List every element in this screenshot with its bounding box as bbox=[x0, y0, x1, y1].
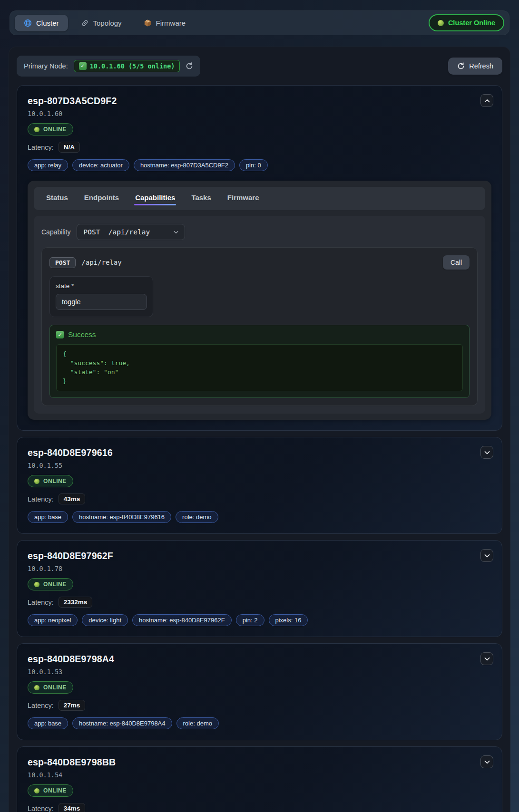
tag: app: base bbox=[28, 511, 68, 523]
result-json: { "success": true, "state": "on" } bbox=[56, 344, 463, 391]
chevron-down-icon bbox=[484, 451, 490, 454]
capability-row: Capability POST /api/relay bbox=[41, 224, 478, 240]
tag-list: app: relay device: actuator hostname: es… bbox=[28, 159, 491, 171]
online-dot-icon bbox=[34, 479, 39, 484]
tab-endpoints[interactable]: Endpoints bbox=[78, 193, 126, 205]
latency-row: Latency: N/A bbox=[28, 142, 491, 153]
expand-button[interactable] bbox=[480, 549, 493, 562]
latency-label: Latency: bbox=[28, 805, 54, 812]
status-badge: ONLINE bbox=[28, 784, 73, 797]
tab-capabilities[interactable]: Capabilities bbox=[128, 193, 182, 205]
chevron-down-icon bbox=[484, 657, 490, 661]
tag: app: base bbox=[28, 717, 68, 729]
globe-icon bbox=[24, 19, 32, 27]
endpoint-panel: POST /api/relay Call state * ✓ Success bbox=[41, 247, 478, 406]
tab-firmware-label: Firmware bbox=[156, 19, 186, 27]
status-label: ONLINE bbox=[43, 787, 67, 794]
node-name: esp-840D8E9798BB bbox=[28, 757, 491, 768]
expand-button[interactable] bbox=[480, 755, 493, 768]
online-dot-icon bbox=[34, 685, 39, 690]
tab-firmware-detail[interactable]: Firmware bbox=[221, 193, 266, 205]
latency-value: 34ms bbox=[59, 803, 86, 812]
endpoint-header: POST /api/relay Call bbox=[49, 255, 470, 270]
main-panel: Primary Node: ✓ 10.0.1.60 (5/5 online) R… bbox=[9, 47, 510, 812]
status-badge: ONLINE bbox=[28, 578, 73, 590]
tag: pin: 2 bbox=[236, 614, 264, 626]
tag: hostname: esp-807D3A5CD9F2 bbox=[134, 159, 235, 171]
refresh-button-label: Refresh bbox=[469, 62, 493, 70]
result-panel: ✓ Success { "success": true, "state": "o… bbox=[49, 325, 470, 398]
tab-cluster[interactable]: Cluster bbox=[15, 15, 68, 31]
tab-topology-label: Topology bbox=[93, 19, 122, 27]
collapse-button[interactable] bbox=[480, 94, 493, 107]
latency-row: Latency: 34ms bbox=[28, 803, 491, 812]
node-name: esp-807D3A5CD9F2 bbox=[28, 96, 491, 106]
tab-tasks[interactable]: Tasks bbox=[185, 193, 217, 205]
node-card: esp-840D8E97962F 10.0.1.78 ONLINE Latenc… bbox=[17, 540, 502, 637]
status-badge: ONLINE bbox=[28, 123, 73, 135]
latency-row: Latency: 27ms bbox=[28, 700, 491, 711]
tab-topology[interactable]: Topology bbox=[72, 15, 131, 31]
expand-button[interactable] bbox=[480, 652, 493, 665]
tab-cluster-label: Cluster bbox=[36, 19, 59, 27]
online-dot-icon bbox=[34, 127, 39, 132]
node-ip: 10.0.1.78 bbox=[28, 565, 491, 572]
refresh-icon[interactable] bbox=[186, 62, 193, 70]
latency-label: Latency: bbox=[28, 144, 54, 151]
node-name: esp-840D8E979616 bbox=[28, 447, 491, 458]
tab-firmware[interactable]: Firmware bbox=[135, 15, 195, 31]
tag: hostname: esp-840D8E97962F bbox=[132, 614, 232, 626]
latency-value: 43ms bbox=[59, 493, 86, 504]
capability-label: Capability bbox=[41, 228, 70, 236]
capability-select[interactable]: POST /api/relay bbox=[77, 224, 185, 240]
expand-button[interactable] bbox=[480, 446, 493, 459]
node-card: esp-807D3A5CD9F2 10.0.1.60 ONLINE Latenc… bbox=[17, 85, 502, 431]
tab-status[interactable]: Status bbox=[39, 193, 75, 205]
method-badge: POST bbox=[49, 257, 76, 268]
status-label: ONLINE bbox=[43, 126, 67, 133]
capabilities-section: Capability POST /api/relay POST /api/rel… bbox=[34, 216, 485, 414]
param-input[interactable] bbox=[56, 294, 147, 310]
chevron-down-icon bbox=[174, 231, 178, 234]
result-header: ✓ Success bbox=[56, 330, 463, 339]
primary-node-bar: Primary Node: ✓ 10.0.1.60 (5/5 online) R… bbox=[17, 56, 502, 77]
top-nav: Cluster Topology Firmware Cluster Online bbox=[10, 10, 509, 35]
param-label: state * bbox=[56, 282, 147, 290]
tag: app: relay bbox=[28, 159, 68, 171]
primary-node-badge: ✓ 10.0.1.60 (5/5 online) bbox=[74, 60, 180, 72]
node-card: esp-840D8E9798A4 10.0.1.53 ONLINE Latenc… bbox=[17, 643, 502, 740]
online-dot-icon bbox=[34, 788, 39, 793]
primary-node-value: 10.0.1.60 (5/5 online) bbox=[90, 62, 175, 70]
node-ip: 10.0.1.55 bbox=[28, 462, 491, 469]
status-badge: ONLINE bbox=[28, 681, 73, 694]
tag-list: app: base hostname: esp-840D8E979616 rol… bbox=[28, 511, 491, 523]
check-icon: ✓ bbox=[56, 331, 64, 338]
capability-selected-value: POST /api/relay bbox=[83, 228, 150, 236]
refresh-button[interactable]: Refresh bbox=[448, 58, 502, 75]
latency-row: Latency: 43ms bbox=[28, 493, 491, 504]
latency-value: N/A bbox=[59, 142, 80, 153]
latency-value: 27ms bbox=[59, 700, 86, 711]
primary-node-label: Primary Node: bbox=[24, 62, 68, 70]
status-dot-icon bbox=[438, 20, 444, 26]
tag-list: app: neopixel device: light hostname: es… bbox=[28, 614, 491, 626]
link-icon bbox=[81, 19, 89, 27]
tag: device: light bbox=[82, 614, 128, 626]
param-card: state * bbox=[49, 276, 153, 317]
node-name: esp-840D8E9798A4 bbox=[28, 654, 491, 665]
tag: app: neopixel bbox=[28, 614, 78, 626]
primary-node-box: Primary Node: ✓ 10.0.1.60 (5/5 online) bbox=[17, 56, 200, 77]
call-button[interactable]: Call bbox=[443, 255, 470, 270]
latency-label: Latency: bbox=[28, 495, 54, 503]
package-icon bbox=[144, 19, 152, 27]
tag: role: demo bbox=[176, 717, 219, 729]
node-ip: 10.0.1.53 bbox=[28, 668, 491, 676]
tag: pixels: 16 bbox=[269, 614, 308, 626]
node-ip: 10.0.1.60 bbox=[28, 110, 491, 117]
tag: device: actuator bbox=[72, 159, 129, 171]
detail-tabbar: Status Endpoints Capabilities Tasks Firm… bbox=[34, 187, 485, 210]
tag-list: app: base hostname: esp-840D8E9798A4 rol… bbox=[28, 717, 491, 729]
refresh-icon bbox=[457, 62, 465, 70]
status-label: ONLINE bbox=[43, 581, 67, 588]
latency-row: Latency: 2332ms bbox=[28, 597, 491, 608]
